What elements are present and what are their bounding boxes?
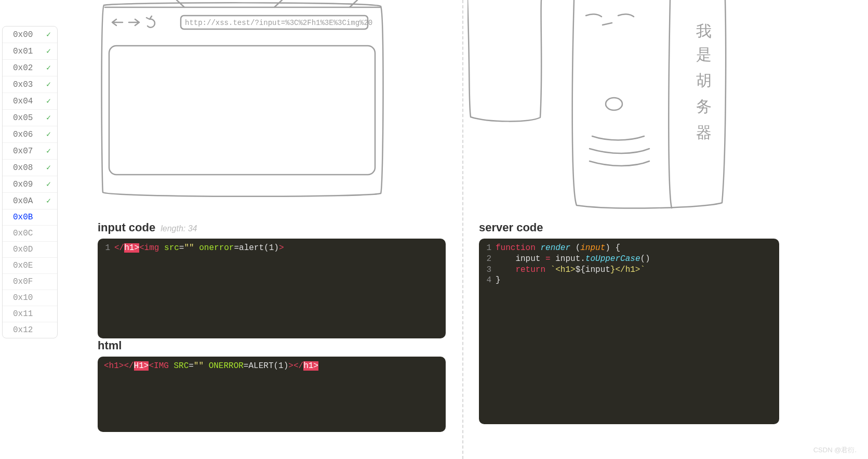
sidebar-item-0x03[interactable]: 0x03✓ (3, 76, 57, 93)
sidebar-item-label: 0x02 (13, 63, 33, 73)
sidebar-item-0x11[interactable]: 0x11 (3, 306, 57, 322)
sidebar-item-label: 0x07 (13, 147, 33, 156)
svg-text:器: 器 (696, 124, 712, 141)
sidebar-item-0x09[interactable]: 0x09✓ (3, 176, 57, 193)
input-length-hint: length: 34 (161, 224, 197, 233)
sidebar-item-0x06[interactable]: 0x06✓ (3, 126, 57, 143)
sidebar-item-label: 0x04 (13, 97, 33, 106)
sidebar-item-label: 0x00 (13, 30, 33, 40)
sidebar-item-0x0A[interactable]: 0x0A✓ (3, 193, 57, 209)
html-output-title: html (98, 339, 446, 352)
center-divider (462, 0, 463, 459)
server-sketch: 我 是 胡 务 器 (468, 0, 774, 215)
sidebar-item-0x0E[interactable]: 0x0E (3, 258, 57, 274)
sidebar-item-0x0D[interactable]: 0x0D (3, 242, 57, 258)
svg-rect-1 (109, 46, 375, 175)
sidebar-item-label: 0x0A (13, 196, 33, 206)
sidebar-item-0x0B[interactable]: 0x0B (3, 209, 57, 226)
html-output-box: <h1></H1><IMG SRC="" ONERROR=ALERT(1)></… (98, 357, 446, 432)
sidebar-item-0x04[interactable]: 0x04✓ (3, 93, 57, 110)
sidebar-item-label: 0x0B (13, 213, 33, 222)
input-code-section: input code length: 34 1</h1><img src="" … (98, 221, 446, 338)
sidebar-item-0x0F[interactable]: 0x0F (3, 274, 57, 290)
check-icon: ✓ (46, 80, 51, 89)
watermark: CSDN @君衍.⠀ (813, 445, 862, 455)
sidebar-item-label: 0x11 (13, 309, 33, 319)
svg-text:务: 务 (696, 98, 712, 115)
server-code-title: server code (479, 221, 779, 234)
svg-text:我: 我 (696, 22, 712, 40)
sidebar-item-0x12[interactable]: 0x12 (3, 322, 57, 338)
check-icon: ✓ (46, 46, 51, 56)
server-code-section: server code 1function render (input) { 2… (479, 221, 779, 424)
input-code-editor[interactable]: 1</h1><img src="" onerror=alert(1)> (98, 239, 446, 338)
sidebar-item-0x05[interactable]: 0x05✓ (3, 110, 57, 126)
svg-text:胡: 胡 (696, 72, 712, 89)
sidebar-item-label: 0x0E (13, 261, 33, 270)
url-text: http://xss.test/?input=%3C%2Fh1%3E%3Cimg… (185, 19, 372, 27)
sidebar-item-label: 0x03 (13, 80, 33, 89)
server-code-box: 1function render (input) { 2 input = inp… (479, 239, 779, 424)
sidebar-item-label: 0x08 (13, 163, 33, 173)
check-icon: ✓ (46, 96, 51, 106)
sidebar-item-label: 0x01 (13, 47, 33, 56)
sidebar-item-0x10[interactable]: 0x10 (3, 290, 57, 306)
input-code-title: input code length: 34 (98, 221, 446, 234)
browser-sketch: http://xss.test/?input=%3C%2Fh1%3E%3Cimg… (98, 0, 385, 205)
level-sidebar: 0x00✓0x01✓0x02✓0x03✓0x04✓0x05✓0x06✓0x07✓… (2, 26, 58, 338)
sidebar-item-label: 0x0C (13, 229, 33, 238)
sidebar-item-label: 0x09 (13, 180, 33, 189)
check-icon: ✓ (46, 30, 51, 40)
html-output-section: html <h1></H1><IMG SRC="" ONERROR=ALERT(… (98, 339, 446, 432)
svg-point-2 (606, 98, 622, 110)
check-icon: ✓ (46, 146, 51, 156)
sidebar-item-0x07[interactable]: 0x07✓ (3, 143, 57, 160)
sidebar-item-0x00[interactable]: 0x00✓ (3, 27, 57, 43)
check-icon: ✓ (46, 63, 51, 73)
check-icon: ✓ (46, 113, 51, 123)
sidebar-item-0x08[interactable]: 0x08✓ (3, 160, 57, 176)
sidebar-item-0x01[interactable]: 0x01✓ (3, 43, 57, 60)
svg-text:是: 是 (696, 46, 712, 63)
sidebar-item-label: 0x06 (13, 130, 33, 139)
sidebar-item-label: 0x10 (13, 293, 33, 303)
sidebar-item-label: 0x12 (13, 325, 33, 335)
check-icon: ✓ (46, 179, 51, 189)
sidebar-item-label: 0x05 (13, 113, 33, 123)
check-icon: ✓ (46, 163, 51, 173)
check-icon: ✓ (46, 129, 51, 139)
sidebar-item-label: 0x0F (13, 277, 33, 286)
sidebar-item-0x0C[interactable]: 0x0C (3, 226, 57, 242)
sidebar-item-label: 0x0D (13, 245, 33, 254)
sidebar-item-0x02[interactable]: 0x02✓ (3, 60, 57, 76)
check-icon: ✓ (46, 196, 51, 206)
